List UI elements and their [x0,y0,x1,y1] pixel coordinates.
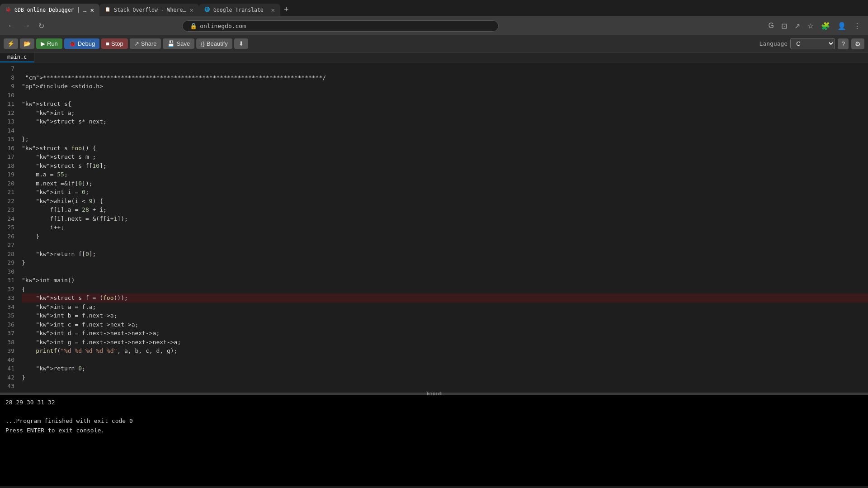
url-bar[interactable]: 🔒 onlinegdb.com [182,20,499,32]
line-number-26: 26 [4,232,14,241]
cast-icon[interactable]: ⊡ [779,20,789,32]
line-number-41: 41 [4,364,14,373]
language-label: Language [760,40,788,47]
output-result-line: 28 29 30 31 32 [5,398,863,407]
line-number-31: 31 [4,276,14,285]
code-line-10 [22,91,868,100]
run-label: Run [47,40,58,47]
code-editor[interactable]: 7891011121314151617181920212223242526272… [0,62,868,393]
settings-button[interactable]: ⚙ [851,38,864,49]
share-button[interactable]: ↗ Share [130,38,161,49]
line-number-21: 21 [4,188,14,197]
reload-button[interactable]: ↻ [36,20,47,32]
line-number-20: 20 [4,179,14,188]
url-text: onlinegdb.com [200,23,246,29]
code-line-29: } [22,258,868,267]
stop-icon: ■ [106,40,109,47]
code-line-34: "kw">int a = f.a; [22,303,868,312]
line-numbers: 7891011121314151617181920212223242526272… [0,62,18,393]
line-number-22: 22 [4,197,14,206]
code-line-22: "kw">while(i < 9) { [22,197,868,206]
tab-close-2[interactable]: ✕ [190,6,193,14]
code-line-21: "kw">int i = 0; [22,188,868,197]
code-line-8: "cm">***********************************… [22,73,868,82]
save-icon: 💾 [167,40,175,47]
line-number-37: 37 [4,329,14,338]
line-number-11: 11 [4,99,14,109]
line-number-40: 40 [4,355,14,365]
share-label: Share [141,40,157,47]
more-icon[interactable]: ⋮ [852,20,863,32]
beautify-icon: {} [201,40,205,47]
code-line-17: "kw">struct s m ; [22,152,868,161]
line-number-18: 18 [4,161,14,171]
browser-tab-2[interactable]: 📋 Stack Overflow - Where Dev... ✕ [99,4,199,16]
run-button[interactable]: ▶ Run [36,38,62,49]
code-line-42: } [22,373,868,382]
code-line-38: "kw">int g = f.next->next->next->next->a… [22,338,868,347]
code-line-39: printf("%d %d %d %d %d", a, b, c, d, g); [22,346,868,355]
run-icon: ▶ [41,40,45,47]
help-button[interactable]: ? [838,38,849,49]
download-button[interactable]: ⬇ [234,38,248,49]
back-button[interactable]: ← [5,20,17,31]
language-dropdown[interactable]: C C++ Python Java JavaScript [790,38,835,49]
new-tab-button[interactable]: + [280,3,292,16]
bookmark-icon[interactable]: ☆ [806,20,816,32]
save-button[interactable]: 💾 Save [163,38,194,49]
beautify-label: Beautify [207,40,228,47]
google-icon[interactable]: G [767,20,776,32]
code-line-27 [22,241,868,250]
stop-label: Stop [111,40,123,47]
flash-icon-btn[interactable]: ⚡ [4,38,18,49]
line-number-24: 24 [4,214,14,223]
language-selector: Language C C++ Python Java JavaScript ? … [760,38,864,49]
code-line-43 [22,382,868,391]
code-line-40 [22,355,868,365]
code-line-31: "kw">int main() [22,276,868,285]
code-lines[interactable]: "cm">***********************************… [18,62,868,393]
code-line-9: "pp">#include <stdio.h> [22,82,868,91]
line-number-15: 15 [4,135,14,144]
profile-icon[interactable]: 👤 [835,20,848,32]
output-content: 28 29 30 31 32 ...Program finished with … [0,395,868,438]
tab-close-3[interactable]: ✕ [271,6,275,14]
extension-icon[interactable]: 🧩 [819,20,832,32]
open-file-button[interactable]: 📂 [20,38,34,49]
address-bar-container: ← → ↻ 🔒 onlinegdb.com G ⊡ ↗ ☆ 🧩 👤 ⋮ [0,16,868,35]
forward-button[interactable]: → [21,20,33,31]
line-number-9: 9 [4,82,14,91]
code-line-30 [22,267,868,276]
tab-close-1[interactable]: ✕ [90,6,94,14]
line-number-8: 8 [4,73,14,82]
browser-tab-3[interactable]: 🌐 Google Translate ✕ [199,4,280,16]
code-line-35: "kw">int b = f.next->a; [22,311,868,320]
download-icon: ⬇ [239,40,244,47]
browser-actions: G ⊡ ↗ ☆ 🧩 👤 ⋮ [767,20,863,32]
tab-title-3: Google Translate [213,7,269,13]
code-line-36: "kw">int c = f.next->next->a; [22,320,868,329]
code-line-32: { [22,285,868,294]
debug-label: Debug [78,40,95,47]
stop-button[interactable]: ■ Stop [101,38,128,49]
code-line-26: } [22,232,868,241]
browser-tab-1[interactable]: 🐞 GDB online Debugger | Comp... ✕ [0,4,99,16]
code-line-28: "kw">return f[0]; [22,250,868,259]
share-icon: ↗ [134,40,139,47]
line-number-39: 39 [4,346,14,355]
beautify-button[interactable]: {} Beautify [196,38,232,49]
line-number-14: 14 [4,126,14,135]
file-tab-label: main.c [7,54,27,60]
file-tab-main-c[interactable]: main.c [0,52,34,62]
line-number-10: 10 [4,91,14,100]
save-label: Save [176,40,190,47]
line-number-27: 27 [4,241,14,250]
line-number-38: 38 [4,338,14,347]
line-number-35: 35 [4,311,14,320]
tab-favicon-3: 🌐 [204,7,211,13]
line-number-43: 43 [4,382,14,391]
code-line-15: }; [22,135,868,144]
debug-button[interactable]: 🐞 Debug [64,38,99,49]
output-panel: 28 29 30 31 32 ...Program finished with … [0,395,868,486]
share-browser-icon[interactable]: ↗ [793,20,802,32]
